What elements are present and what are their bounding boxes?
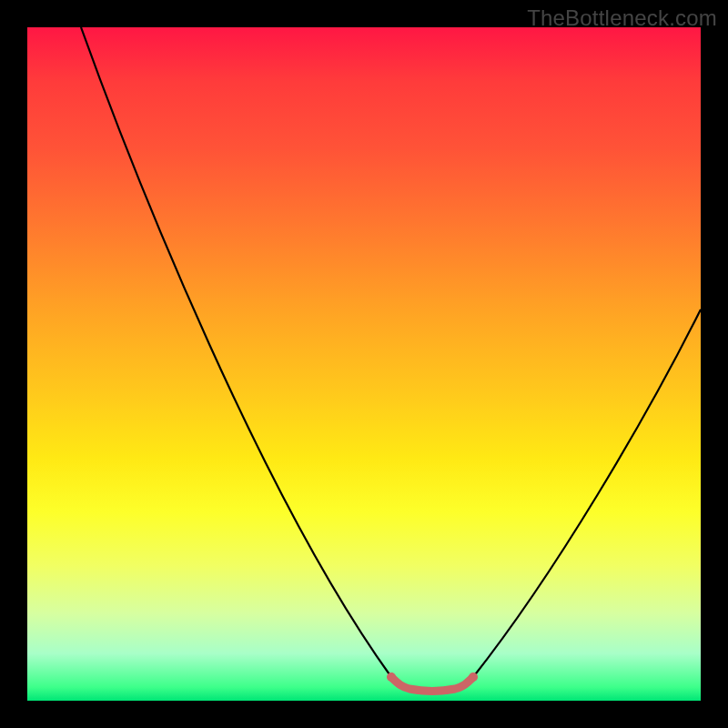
highlight-endpoint-left	[387, 672, 396, 682]
bottom-highlight	[391, 677, 473, 692]
plot-area	[27, 27, 701, 701]
watermark-text: TheBottleneck.com	[527, 5, 717, 31]
highlight-endpoint-right	[469, 672, 478, 682]
chart-frame: TheBottleneck.com	[0, 0, 728, 728]
bottleneck-curve	[81, 27, 701, 692]
chart-svg	[27, 27, 701, 701]
